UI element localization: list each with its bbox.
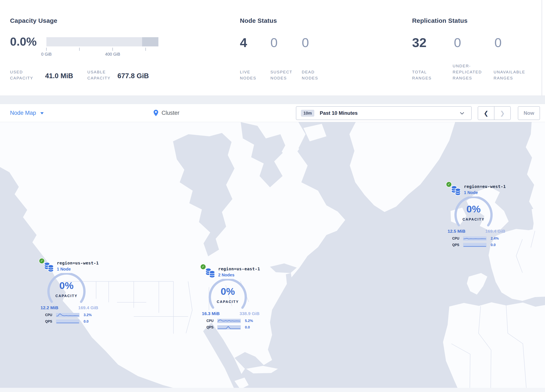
under-replicated-ranges-count: 0 <box>454 35 461 50</box>
time-window-badge: 10m <box>301 110 314 117</box>
region-used-capacity: 16.3 MiB <box>202 311 220 316</box>
axis-tick <box>79 48 80 51</box>
total-ranges-label: TOTAL RANGES <box>412 69 432 81</box>
region-total-capacity: 169.4 GiB <box>485 229 505 234</box>
time-next-button[interactable]: ❯ <box>495 107 510 120</box>
label-line: NODES <box>302 75 318 81</box>
database-icon <box>451 185 461 196</box>
map-toolbar: Node Map Cluster 10m Past 10 Minutes ❮ ❯… <box>0 104 545 122</box>
region-metrics: CPU 5.2% QPS 0.0 <box>206 319 253 332</box>
cpu-sparkline <box>463 236 487 241</box>
label-line: TOTAL <box>412 69 432 75</box>
under-replicated-ranges-label: UNDER- REPLICATED RANGES <box>453 63 482 81</box>
capacity-usage-bar <box>46 37 158 46</box>
view-selector-dropdown[interactable]: Node Map <box>10 104 44 122</box>
qps-label: QPS <box>206 325 217 329</box>
node-map <box>0 122 545 392</box>
label-line: CAPACITY <box>10 75 33 81</box>
region-used-capacity: 12.5 MiB <box>448 229 465 234</box>
total-ranges-count: 32 <box>412 35 427 50</box>
map-pin-icon <box>153 110 159 117</box>
cpu-label: CPU <box>206 319 217 323</box>
caret-down-icon <box>40 112 44 114</box>
qps-sparkline <box>463 243 487 247</box>
cpu-sparkline <box>56 313 79 317</box>
usable-capacity-value: 677.8 GiB <box>118 72 149 80</box>
region-node-count: 1 Node <box>57 267 71 272</box>
used-capacity-value: 41.0 MiB <box>45 72 73 80</box>
qps-sparkline <box>217 325 241 330</box>
region-metrics: CPU 3.2% QPS 0.0 <box>45 313 92 326</box>
world-map <box>0 122 545 392</box>
label-line: CAPACITY <box>87 75 111 81</box>
qps-sparkline <box>56 319 79 324</box>
healthy-check-icon: ✓ <box>200 264 206 270</box>
region-card-us-west-1[interactable]: ✓ region=us-west-1 1 Node 0% CAPACITY 12… <box>38 258 101 327</box>
gauge-capacity-label: CAPACITY <box>43 294 89 298</box>
gauge-percent: 0% <box>205 286 251 297</box>
used-capacity-label: USED CAPACITY <box>10 69 33 81</box>
view-selector-label: Node Map <box>10 110 36 116</box>
label-line: USED <box>10 69 33 75</box>
label-line: SUSPECT <box>270 69 292 75</box>
unavailable-ranges-count: 0 <box>495 35 502 50</box>
cpu-label: CPU <box>452 237 463 240</box>
gauge-percent: 0% <box>451 203 496 215</box>
cluster-overview-page: Capacity Usage 0.0% 0 GiB 400 GiB USED C… <box>0 0 545 392</box>
qps-label: QPS <box>452 243 463 247</box>
region-node-count: 2 Nodes <box>218 273 235 277</box>
dead-nodes-count: 0 <box>302 35 309 50</box>
time-prev-button[interactable]: ❮ <box>478 107 495 120</box>
breadcrumb-label: Cluster <box>161 110 180 116</box>
qps-label: QPS <box>45 320 56 324</box>
cpu-sparkline <box>217 319 241 323</box>
capacity-gauge: 0% CAPACITY <box>43 273 89 305</box>
axis-tick <box>46 48 47 51</box>
cpu-label: CPU <box>45 313 56 317</box>
usable-capacity-label: USABLE CAPACITY <box>87 69 111 81</box>
cluster-summary-panel: Capacity Usage 0.0% 0 GiB 400 GiB USED C… <box>0 0 545 96</box>
label-line: DEAD <box>302 69 318 75</box>
label-line: LIVE <box>240 69 256 75</box>
region-name: region=us-east-1 <box>218 266 260 271</box>
time-now-button[interactable]: Now <box>518 106 540 120</box>
region-card-us-east-1[interactable]: ✓ region=us-east-1 2 Nodes 0% CAPACITY 1… <box>199 263 262 333</box>
time-window-label: Past 10 Minutes <box>320 110 358 116</box>
time-step-buttons: ❮ ❯ <box>478 106 511 120</box>
axis-tick-label: 0 GiB <box>34 52 59 57</box>
gauge-capacity-label: CAPACITY <box>451 218 496 222</box>
breadcrumb-cluster[interactable]: Cluster <box>153 104 180 122</box>
suspect-nodes-label: SUSPECT NODES <box>270 69 292 81</box>
live-nodes-count: 4 <box>240 35 247 50</box>
capacity-gauge: 0% CAPACITY <box>205 279 251 311</box>
region-total-capacity: 338.9 GiB <box>240 311 260 316</box>
axis-tick <box>112 48 113 51</box>
label-line: UNDER- <box>453 63 482 69</box>
label-line: USABLE <box>87 69 111 75</box>
label-line: RANGES <box>494 75 525 81</box>
axis-tick <box>145 48 146 51</box>
capacity-bar-reserved-segment <box>142 37 158 46</box>
region-node-count: 1 Node <box>464 190 478 195</box>
label-line: NODES <box>240 75 256 81</box>
region-card-eu-west-1[interactable]: ✓ region=eu-west-1 1 Node 0% CAPACITY 12… <box>445 181 508 251</box>
axis-tick-label: 400 GiB <box>100 52 125 57</box>
region-name: region=eu-west-1 <box>464 184 506 189</box>
qps-value: 0.0 <box>491 243 496 247</box>
panel-edge-divider <box>542 0 542 96</box>
label-line: RANGES <box>412 75 432 81</box>
replication-status-title: Replication Status <box>412 17 467 24</box>
region-used-capacity: 12.2 MiB <box>41 305 58 310</box>
healthy-check-icon: ✓ <box>446 181 452 187</box>
qps-value: 0.0 <box>245 325 250 330</box>
time-window-dropdown[interactable]: 10m Past 10 Minutes <box>296 106 472 120</box>
map-footer-strip <box>0 388 545 392</box>
database-icon <box>44 261 54 273</box>
live-nodes-label: LIVE NODES <box>240 69 256 81</box>
gauge-percent: 0% <box>43 280 89 291</box>
suspect-nodes-count: 0 <box>270 35 278 50</box>
capacity-usage-title: Capacity Usage <box>10 17 57 24</box>
cpu-value: 5.2% <box>245 319 253 323</box>
healthy-check-icon: ✓ <box>39 258 45 264</box>
node-status-title: Node Status <box>240 17 277 24</box>
